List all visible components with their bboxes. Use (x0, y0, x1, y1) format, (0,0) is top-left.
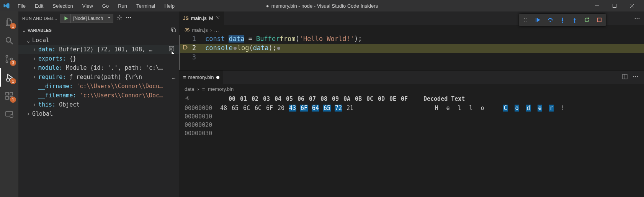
breadcrumb-file[interactable]: memory.bin (208, 86, 234, 92)
menu-view[interactable]: View (78, 2, 97, 10)
variable-filename[interactable]: __filename: 'c:\\Users\\Connor\\Doc… (18, 91, 179, 100)
chevron-down-icon[interactable] (105, 15, 113, 21)
close-icon[interactable] (216, 15, 220, 21)
tab-scm-status: M (209, 15, 213, 21)
activity-scm[interactable]: 3 (0, 50, 18, 68)
step-over-button[interactable] (544, 15, 556, 25)
hex-char[interactable]: l (469, 105, 473, 112)
hex-row[interactable]: 00000020 (185, 121, 639, 129)
drag-handle-icon[interactable] (520, 15, 531, 25)
hex-offset: 00000000 (185, 105, 212, 112)
hex-byte[interactable]: 6F (266, 105, 273, 112)
hex-byte[interactable]: 21 (346, 105, 354, 112)
hex-char[interactable]: o (480, 105, 485, 112)
variable-exports[interactable]: ›exports: {} (18, 54, 179, 63)
more-icon[interactable]: … (172, 74, 175, 80)
continue-button[interactable] (532, 15, 544, 25)
hex-col: 0C (366, 95, 374, 102)
collapse-all-icon[interactable] (171, 27, 176, 33)
code-line[interactable]: consolelog(data); (202, 44, 281, 52)
tab-main-js[interactable]: JS main.js M (179, 11, 224, 25)
breadcrumb[interactable]: JS main.js › … (179, 25, 644, 35)
hex-char[interactable]: e (446, 105, 450, 112)
hex-char[interactable]: o (515, 105, 519, 112)
hex-byte[interactable]: 65 (231, 105, 239, 112)
menu-run[interactable]: Run (114, 2, 131, 10)
launch-config-selector[interactable]: [Node] Launch (60, 14, 113, 23)
hex-char[interactable]: d (526, 105, 531, 112)
maximize-button[interactable] (606, 0, 623, 11)
activity-extensions[interactable]: 1 (0, 87, 18, 105)
close-button[interactable] (623, 0, 641, 11)
hex-char[interactable]: C (503, 105, 508, 112)
menu-edit[interactable]: Edit (31, 2, 47, 10)
minimize-button[interactable] (588, 0, 606, 11)
gear-icon[interactable] (116, 15, 123, 22)
split-editor-icon[interactable] (622, 74, 628, 81)
menu-terminal[interactable]: Terminal (132, 2, 159, 10)
chevron-down-icon: ⌄ (21, 28, 26, 33)
breadcrumb-file[interactable]: main.js (192, 27, 208, 33)
gear-icon[interactable] (185, 95, 190, 102)
hex-char[interactable]: r (549, 105, 554, 112)
more-icon[interactable] (633, 74, 639, 81)
variable-this[interactable]: ›this: Object (18, 100, 179, 109)
step-out-button[interactable] (569, 15, 580, 25)
activity-explorer[interactable]: 1 (0, 13, 18, 31)
hex-byte[interactable]: 65 (323, 105, 331, 112)
menu-go[interactable]: Go (98, 2, 113, 10)
menu-file[interactable]: File (14, 2, 29, 10)
variable-require[interactable]: ›require: ƒ require(path) {\r\n… (18, 72, 179, 82)
code-line[interactable]: const data = Bufferfrom('Hello World!'); (202, 35, 362, 43)
tab-memory-bin[interactable]: ≡ memory.bin (179, 71, 223, 84)
hex-row[interactable]: 00000030 (185, 129, 639, 138)
hex-data[interactable]: 0000000048656C6C6F20436F64657221Hello Co… (179, 104, 644, 138)
scope-global[interactable]: ›Global (18, 109, 179, 118)
step-into-button[interactable] (557, 15, 568, 25)
line-number: 3 (189, 53, 196, 61)
more-icon[interactable] (634, 15, 640, 23)
hex-row[interactable]: 00000010 (185, 112, 639, 121)
hex-row[interactable]: 0000000048656C6C6F20436F64657221Hello Co… (185, 104, 639, 112)
hex-char[interactable] (492, 105, 496, 112)
variable-data[interactable]: › data: Buffer(12) [72, 101, 108, … 01 (18, 45, 179, 54)
debug-badge: 1 (10, 78, 16, 84)
hex-breadcrumb[interactable]: data › ≡ memory.bin (179, 84, 644, 94)
variable-module[interactable]: ›module: Module {id: '.', path: 'c:\… (18, 63, 179, 72)
launch-config-label: [Node] Launch (71, 15, 105, 22)
activity-debug[interactable]: 1 (0, 68, 18, 87)
breadcrumb-rest[interactable]: … (214, 27, 219, 33)
svg-rect-1 (613, 4, 616, 8)
breadcrumb-data[interactable]: data (185, 86, 194, 92)
hex-byte[interactable]: 48 (220, 105, 227, 112)
scope-local[interactable]: ⌄Local (18, 36, 179, 45)
chevron-right-icon: › (26, 110, 31, 117)
svg-point-39 (639, 18, 640, 19)
hex-byte[interactable]: 72 (335, 105, 342, 112)
more-icon[interactable] (126, 15, 132, 22)
hex-byte[interactable]: 6C (243, 105, 250, 112)
start-debug-icon[interactable] (61, 14, 71, 23)
variable-dirname[interactable]: __dirname: 'c:\\Users\\Connor\\Docu… (18, 82, 179, 91)
variables-section-header[interactable]: ⌄VARIABLES (18, 25, 179, 36)
hex-byte[interactable]: 6C (254, 105, 262, 112)
code-editor[interactable]: 1 const data = Bufferfrom('Hello World!'… (179, 35, 644, 70)
hex-byte[interactable]: 43 (289, 105, 296, 112)
restart-button[interactable] (581, 15, 593, 25)
var-name: this: (38, 101, 56, 108)
menu-help[interactable]: Help (160, 2, 178, 10)
menu-selection[interactable]: Selection (49, 2, 77, 10)
stop-button[interactable] (593, 15, 605, 25)
activity-remote[interactable] (0, 105, 18, 123)
debug-toolbar[interactable] (519, 14, 606, 26)
hex-char[interactable]: ! (561, 105, 565, 112)
hex-byte[interactable]: 64 (312, 105, 319, 112)
hex-byte[interactable]: 20 (277, 105, 285, 112)
window-controls (588, 0, 641, 11)
hex-char[interactable]: e (538, 105, 542, 112)
hex-char[interactable]: H (434, 105, 439, 112)
hex-char[interactable]: l (457, 105, 462, 112)
hex-col: 05 (286, 95, 293, 102)
hex-byte[interactable]: 6F (300, 105, 308, 112)
activity-search[interactable] (0, 31, 18, 50)
